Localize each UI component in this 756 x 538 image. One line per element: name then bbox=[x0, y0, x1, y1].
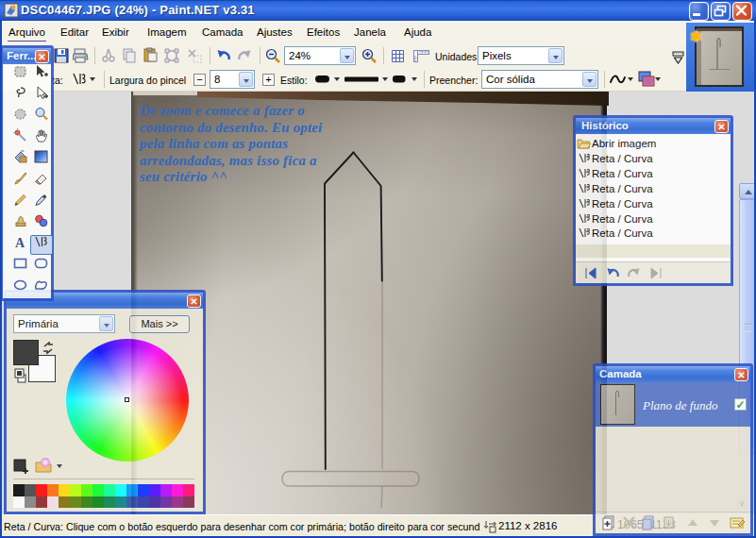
svg-text:A: A bbox=[15, 236, 25, 250]
